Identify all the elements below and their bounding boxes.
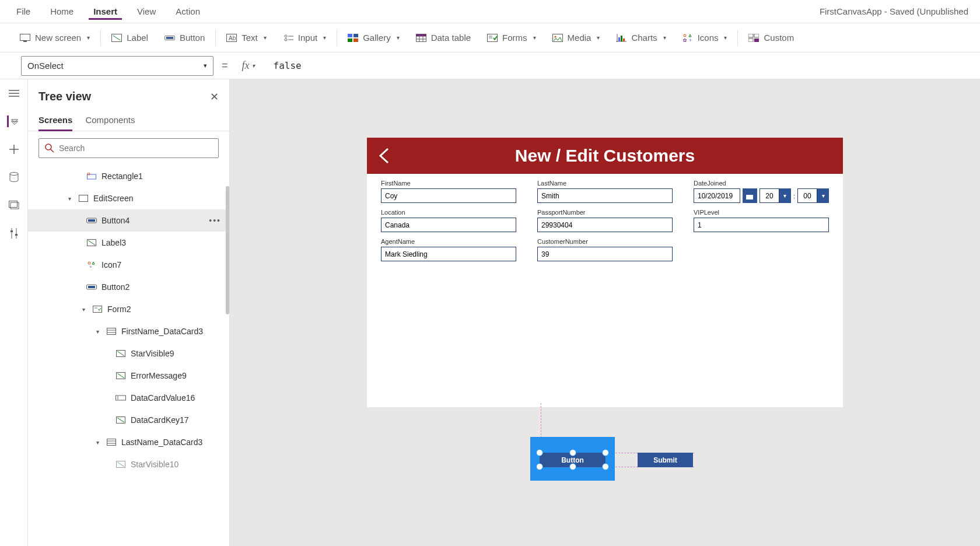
forms-label: Forms — [502, 33, 527, 43]
svg-rect-47 — [10, 230, 13, 232]
tree-node-form2[interactable]: ▾ Form2 — [28, 298, 229, 320]
icons-button[interactable]: + Icons ▾ — [674, 23, 736, 52]
chevron-down-icon: ▾ — [597, 34, 600, 41]
input-button[interactable]: Input ▾ — [275, 23, 334, 52]
resize-handle[interactable] — [602, 449, 609, 456]
input-datejoined[interactable] — [694, 188, 740, 203]
search-input[interactable] — [38, 138, 219, 158]
svg-rect-29 — [621, 36, 622, 41]
resize-handle[interactable] — [536, 449, 543, 456]
tree-node-label3[interactable]: Label3 — [28, 232, 229, 254]
input-firstname[interactable] — [381, 188, 516, 203]
data-table-button[interactable]: Data table — [408, 23, 479, 52]
tree-node-starvisible9[interactable]: StarVisible9 — [28, 342, 229, 365]
media-button[interactable]: Media ▾ — [544, 23, 608, 52]
fx-button[interactable]: fx ▾ — [236, 60, 261, 72]
tree-node-label: FirstName_DataCard3 — [121, 327, 203, 336]
hamburger-icon[interactable] — [8, 88, 20, 99]
advanced-tools-icon[interactable] — [8, 228, 20, 239]
scrollbar-thumb[interactable] — [226, 186, 229, 314]
charts-label: Charts — [631, 33, 657, 43]
label-location: Location — [381, 209, 516, 216]
gallery-label: Gallery — [363, 33, 391, 43]
svg-rect-64 — [107, 328, 116, 335]
tree-node-errormessage9[interactable]: ErrorMessage9 — [28, 365, 229, 387]
tree-view-icon[interactable] — [7, 116, 19, 127]
media-label: Media — [568, 33, 592, 43]
tree-node-datacardkey17[interactable]: DataCardKey17 — [28, 409, 229, 431]
new-screen-button[interactable]: New screen ▾ — [12, 23, 98, 52]
minute-select[interactable]: ▾ — [797, 188, 829, 203]
search-icon — [45, 144, 54, 153]
canvas-area[interactable]: New / Edit Customers FirstName LastName … — [230, 79, 980, 546]
tree-node-lastname-datacard[interactable]: ▾ LastName_DataCard3 — [28, 431, 229, 453]
label-customernumber: CustomerNumber — [537, 238, 673, 245]
text-button[interactable]: Ab Text ▾ — [218, 23, 275, 52]
menu-view[interactable]: View — [132, 3, 160, 20]
hour-select[interactable]: ▾ — [760, 188, 791, 203]
tree-node-datacardvalue16[interactable]: DataCardValue16 — [28, 387, 229, 409]
back-icon[interactable] — [377, 147, 390, 164]
formula-input[interactable] — [269, 56, 968, 76]
canvas-submit-button[interactable]: Submit — [638, 453, 693, 467]
search-field[interactable] — [59, 144, 212, 153]
tree-node-label: Rectangle1 — [102, 172, 143, 181]
gallery-button[interactable]: Gallery ▾ — [340, 23, 408, 52]
media-rail-icon[interactable] — [8, 200, 20, 211]
chevron-down-icon[interactable]: ▾ — [93, 439, 102, 446]
menu-file[interactable]: File — [12, 3, 35, 20]
chevron-down-icon[interactable]: ▾ — [817, 188, 829, 203]
input-lastname[interactable] — [537, 188, 673, 203]
custom-button[interactable]: Custom — [740, 23, 802, 52]
chevron-down-icon[interactable]: ▾ — [93, 328, 102, 335]
menubar: File Home Insert View Action FirstCanvas… — [0, 0, 980, 23]
menu-home[interactable]: Home — [46, 3, 78, 20]
close-icon[interactable]: ✕ — [210, 90, 219, 103]
svg-rect-35 — [748, 38, 753, 42]
label-lastname: LastName — [537, 180, 673, 187]
resize-handle[interactable] — [536, 463, 543, 470]
forms-button[interactable]: Forms ▾ — [479, 23, 544, 52]
app-canvas[interactable]: New / Edit Customers FirstName LastName … — [367, 138, 843, 407]
chevron-down-icon[interactable]: ▾ — [779, 188, 791, 203]
resize-handle[interactable] — [569, 463, 576, 470]
tree-node-button2[interactable]: Button2 — [28, 276, 229, 298]
label-button[interactable]: Label — [103, 23, 156, 52]
chevron-down-icon[interactable]: ▾ — [65, 195, 74, 202]
calendar-icon[interactable] — [743, 188, 757, 203]
property-dropdown[interactable]: OnSelect ▾ — [21, 56, 214, 76]
tree-node-firstname-datacard[interactable]: ▾ FirstName_DataCard3 — [28, 320, 229, 342]
input-agentname[interactable] — [381, 247, 516, 261]
menu-action[interactable]: Action — [171, 3, 205, 20]
tree-node-editscreen[interactable]: ▾ EditScreen — [28, 187, 229, 209]
resize-handle[interactable] — [569, 449, 576, 456]
minute-input[interactable] — [797, 188, 817, 203]
svg-rect-1 — [23, 41, 27, 42]
data-icon[interactable] — [8, 172, 20, 183]
svg-line-74 — [117, 418, 124, 422]
more-icon[interactable]: ••• — [209, 216, 221, 225]
label-passport: PassportNumber — [537, 209, 673, 216]
tree-node-icon7[interactable]: + Icon7 — [28, 254, 229, 276]
button-button[interactable]: Button — [156, 23, 213, 52]
input-viplevel[interactable] — [694, 218, 829, 232]
label-icon — [116, 415, 126, 425]
resize-handle[interactable] — [602, 463, 609, 470]
input-location[interactable] — [381, 218, 516, 232]
screen-icon — [20, 33, 30, 43]
tree-node-button4[interactable]: Button4 ••• — [28, 209, 229, 232]
input-passport[interactable] — [537, 218, 673, 232]
chevron-down-icon[interactable]: ▾ — [79, 306, 88, 313]
tab-components[interactable]: Components — [85, 111, 135, 131]
charts-button[interactable]: Charts ▾ — [608, 23, 674, 52]
add-icon[interactable] — [8, 144, 20, 155]
hour-input[interactable] — [760, 188, 779, 203]
label-viplevel: VIPLevel — [694, 209, 829, 216]
tree-node-rectangle1[interactable]: Rectangle1 — [28, 165, 229, 187]
tab-screens[interactable]: Screens — [38, 111, 72, 131]
input-customernumber[interactable] — [537, 247, 673, 261]
tree-node-starvisible10[interactable]: StarVisible10 — [28, 453, 229, 475]
menu-insert[interactable]: Insert — [89, 3, 122, 20]
icons-icon: + — [682, 33, 693, 43]
chevron-down-icon: ▾ — [724, 34, 727, 41]
